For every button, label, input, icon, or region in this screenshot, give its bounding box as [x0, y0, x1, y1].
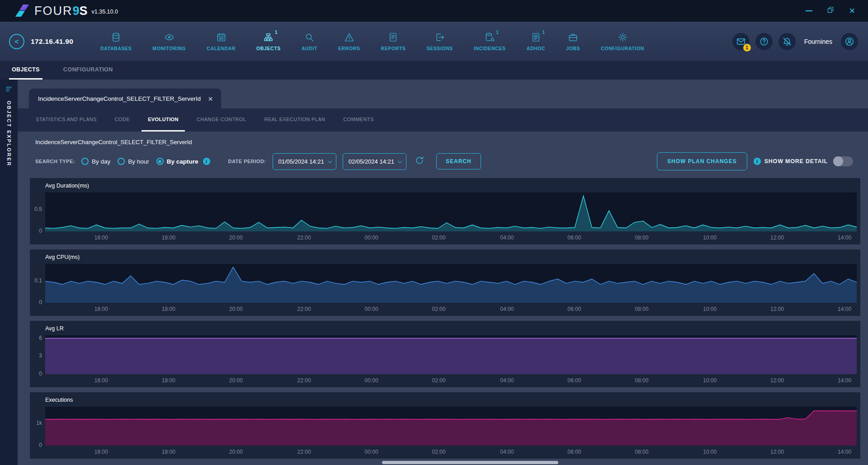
user-avatar-button[interactable] — [841, 33, 858, 50]
y-axis-tick: 3 — [39, 352, 42, 359]
help-button[interactable] — [755, 33, 773, 50]
restore-button[interactable] — [826, 7, 835, 15]
nav-item-audit[interactable]: AUDIT — [302, 32, 317, 51]
x-axis-label: 02:00 — [432, 449, 446, 455]
close-window-button[interactable]: × — [848, 7, 856, 15]
tab-statistics-and-plans[interactable]: STATISTICS AND PLANS — [29, 108, 103, 132]
nav-item-jobs[interactable]: JOBS — [566, 32, 580, 51]
nav-item-configuration[interactable]: CONFIGURATION — [601, 32, 644, 51]
radio-label: By hour — [128, 158, 149, 165]
messages-button[interactable]: 1 — [732, 33, 750, 50]
tab-evolution[interactable]: EVOLUTION — [142, 108, 185, 132]
x-axis-label: 04:00 — [500, 377, 514, 384]
nav-item-label: OBJECTS — [256, 46, 281, 51]
chart-title: Executions — [30, 392, 860, 407]
show-more-detail-toggle[interactable] — [833, 156, 853, 166]
chart-yticks: 1k0 — [30, 407, 45, 446]
y-axis-tick: 0 — [39, 299, 42, 305]
chart-title: Avg CPU(ms) — [30, 249, 860, 264]
x-axis-label: 12:00 — [770, 377, 784, 384]
back-button[interactable]: < — [9, 34, 24, 49]
y-axis-tick: 0.5 — [34, 206, 42, 212]
nav-item-databases[interactable]: DATABASES — [100, 32, 132, 51]
x-axis-label: 10:00 — [703, 306, 717, 312]
tab-code[interactable]: CODE — [108, 108, 136, 132]
tab-comments[interactable]: COMMENTS — [337, 108, 380, 132]
module-tabs: OBJECTSCONFIGURATION — [0, 61, 868, 80]
chevron-down-icon — [327, 159, 332, 163]
nav-item-calendar[interactable]: CALENDAR — [207, 32, 236, 51]
refresh-button[interactable] — [415, 155, 425, 167]
search-button[interactable]: SEARCH — [436, 153, 481, 169]
nav-item-objects[interactable]: 1OBJECTS — [256, 32, 281, 51]
radio-by-capture[interactable]: By capture — [156, 158, 198, 165]
y-axis-tick: 6 — [39, 335, 42, 341]
x-axis-label: 00:00 — [365, 377, 378, 384]
x-axis-label: 10:00 — [703, 377, 717, 384]
x-axis-label: 16:00 — [94, 449, 108, 455]
document-tab[interactable]: IncidenceServerChangeControl_SELECT_FILT… — [29, 89, 221, 108]
nav-item-reports[interactable]: REPORTS — [381, 32, 406, 51]
minimize-button[interactable] — [805, 7, 813, 15]
x-axis-label: 12:00 — [770, 449, 784, 455]
x-axis-label: 20:00 — [229, 306, 243, 312]
x-axis-label: 18:00 — [162, 235, 175, 241]
show-plan-changes-button[interactable]: SHOW PLAN CHANGES — [657, 152, 747, 170]
nav-item-adhoc[interactable]: 1ADHOC — [527, 32, 546, 51]
date-to-select[interactable]: 02/05/2024 14:21 — [343, 153, 406, 170]
app-window: FOUR9S v1.35.10.0 × < 172.16.41.90 DATAB… — [0, 0, 868, 465]
chart-svg — [45, 335, 857, 374]
info-icon[interactable]: i — [754, 158, 761, 165]
search-controls: SEARCH TYPE: By dayBy hourBy capture i D… — [18, 152, 868, 170]
app-logo: FOUR9S v1.35.10.0 — [14, 4, 118, 18]
chart-plot — [45, 193, 857, 231]
date-from-select[interactable]: 01/05/2024 14:21 — [273, 153, 336, 170]
radio-label: By day — [92, 158, 110, 165]
menu-icon[interactable] — [5, 85, 13, 93]
chart-svg — [45, 193, 857, 231]
info-icon[interactable]: i — [203, 158, 210, 165]
warning-icon — [344, 32, 354, 42]
x-axis-label: 00:00 — [365, 306, 378, 312]
tab-objects[interactable]: OBJECTS — [9, 61, 42, 80]
nav-badge: 1 — [275, 30, 278, 35]
chart-svg — [45, 264, 857, 303]
search-type-label: SEARCH TYPE: — [35, 159, 75, 164]
x-axis-label: 16:00 — [94, 377, 108, 384]
tab-configuration[interactable]: CONFIGURATION — [61, 61, 116, 80]
tab-real-execution-plan[interactable]: REAL EXECUTION PLAN — [258, 108, 331, 132]
incidence-icon: 1 — [485, 32, 495, 42]
chart-xlabels: 16:0018:0020:0022:0000:0002:0004:0006:00… — [45, 303, 857, 316]
date-period-label: DATE PERIOD: — [228, 159, 266, 164]
nav-item-label: SESSIONS — [426, 46, 453, 51]
x-axis-label: 20:00 — [229, 449, 243, 455]
nav-item-monitoring[interactable]: MONITORING — [152, 32, 186, 51]
server-address: 172.16.41.90 — [31, 38, 73, 46]
x-axis-label: 00:00 — [365, 235, 378, 241]
minimize-icon — [806, 10, 812, 12]
chart-grid: 0.10 16:0018:0020:0022:0000:0002:0004:00… — [30, 264, 860, 316]
x-axis-label: 22:00 — [297, 377, 311, 384]
navbar-right: 1 Fournines — [732, 33, 868, 50]
nav-item-incidences[interactable]: 1INCIDENCES — [474, 32, 506, 51]
chevron-down-icon — [398, 159, 402, 163]
x-axis-label: 10:00 — [703, 449, 717, 455]
object-explorer-title: OBJECT EXPLORER — [6, 101, 12, 167]
notifications-muted-button[interactable] — [778, 33, 796, 50]
nav-item-errors[interactable]: ERRORS — [338, 32, 360, 51]
nav-item-sessions[interactable]: SESSIONS — [426, 32, 453, 51]
adhoc-icon: 1 — [531, 32, 541, 42]
chart-grid: 1k0 16:0018:0020:0022:0000:0002:0004:000… — [30, 407, 860, 459]
horizontal-scrollbar[interactable] — [382, 461, 558, 464]
x-axis-label: 06:00 — [567, 449, 581, 455]
object-explorer-rail: OBJECT EXPLORER — [0, 80, 18, 465]
radio-by-hour[interactable]: By hour — [118, 158, 149, 165]
tab-change-control[interactable]: CHANGE CONTROL — [190, 108, 253, 132]
radio-by-day[interactable]: By day — [81, 158, 110, 165]
close-icon[interactable]: × — [208, 94, 213, 103]
chart-svg — [45, 407, 857, 446]
x-axis-label: 02:00 — [432, 377, 446, 384]
chart-plot — [45, 335, 857, 374]
x-axis-label: 20:00 — [229, 377, 243, 384]
nav-item-label: MONITORING — [152, 46, 186, 51]
